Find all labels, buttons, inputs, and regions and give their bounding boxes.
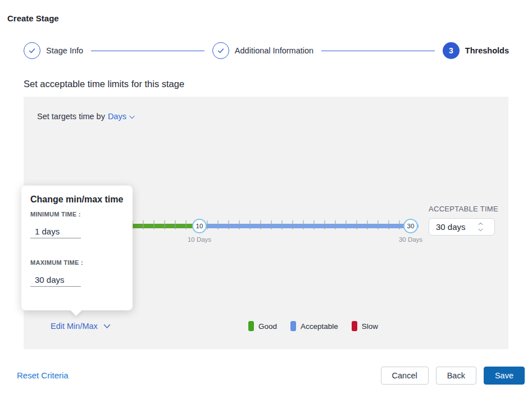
slider-min-label: 10 Days <box>177 236 222 243</box>
change-minmax-popover: Change min/max time MINIMUM TIME : MAXIM… <box>21 186 133 310</box>
wizard-stepper: Stage Info Additional Information 3 Thre… <box>24 42 509 60</box>
step-complete-check-icon <box>212 42 229 59</box>
step-label: Thresholds <box>465 46 509 55</box>
spinner-up-icon[interactable] <box>476 222 484 226</box>
target-time-prefix: Set targets time by <box>37 112 105 121</box>
section-heading: Set acceptable time limits for this stag… <box>24 79 184 89</box>
step-stage-info[interactable]: Stage Info <box>24 42 83 59</box>
step-label: Stage Info <box>46 46 83 55</box>
legend-item-slow: Slow <box>352 321 378 331</box>
cancel-button[interactable]: Cancel <box>381 367 429 385</box>
footer-actions: Cancel Back Save <box>381 367 525 385</box>
page-title: Create Stage <box>7 13 59 23</box>
step-complete-check-icon <box>24 42 40 59</box>
popover-title: Change min/max time <box>30 195 123 205</box>
acceptable-time-field <box>429 218 495 236</box>
step-thresholds[interactable]: 3 Thresholds <box>443 42 509 59</box>
slider-legend: Good Acceptable Slow <box>248 321 378 331</box>
legend-label: Good <box>258 322 277 331</box>
target-unit-dropdown[interactable]: Days <box>108 112 135 121</box>
legend-item-good: Good <box>248 321 277 331</box>
save-button[interactable]: Save <box>484 367 525 385</box>
slider-handle-max[interactable]: 30 <box>403 219 418 233</box>
spinner-down-icon[interactable] <box>476 228 484 232</box>
chevron-down-icon <box>103 322 111 331</box>
acceptable-time-label: ACCEPTABLE TIME <box>429 205 502 213</box>
reset-criteria-link[interactable]: Reset Criteria <box>17 371 69 380</box>
back-button[interactable]: Back <box>436 367 476 385</box>
stepper-connector <box>91 51 204 51</box>
slider-handle-min[interactable]: 10 <box>192 219 207 233</box>
slider-max-label: 30 Days <box>388 236 433 243</box>
step-label: Additional Information <box>235 46 313 55</box>
edit-minmax-link[interactable]: Edit Min/Max <box>51 322 111 331</box>
step-additional-information[interactable]: Additional Information <box>212 42 313 59</box>
acceptable-time-block: ACCEPTABLE TIME <box>429 205 502 236</box>
stepper-connector <box>321 51 435 51</box>
maximum-time-input[interactable] <box>30 273 81 287</box>
minimum-time-input[interactable] <box>30 225 81 238</box>
chevron-down-icon <box>129 112 135 121</box>
slider-segment-acceptable <box>199 224 419 228</box>
maximum-time-label: MAXIMUM TIME : <box>30 259 83 266</box>
legend-label: Slow <box>362 322 378 331</box>
acceptable-time-input[interactable] <box>429 222 475 232</box>
legend-swatch-good <box>248 321 254 331</box>
target-unit-value: Days <box>108 112 126 121</box>
minimum-time-label: MINIMUM TIME : <box>30 211 81 218</box>
step-number-badge: 3 <box>443 42 460 59</box>
legend-item-acceptable: Acceptable <box>290 321 338 331</box>
legend-swatch-slow <box>352 321 357 331</box>
legend-swatch-acceptable <box>290 321 296 331</box>
legend-label: Acceptable <box>301 322 338 331</box>
acceptable-time-stepper <box>476 222 484 232</box>
edit-minmax-label: Edit Min/Max <box>51 322 98 331</box>
target-time-row: Set targets time by Days <box>37 112 135 121</box>
